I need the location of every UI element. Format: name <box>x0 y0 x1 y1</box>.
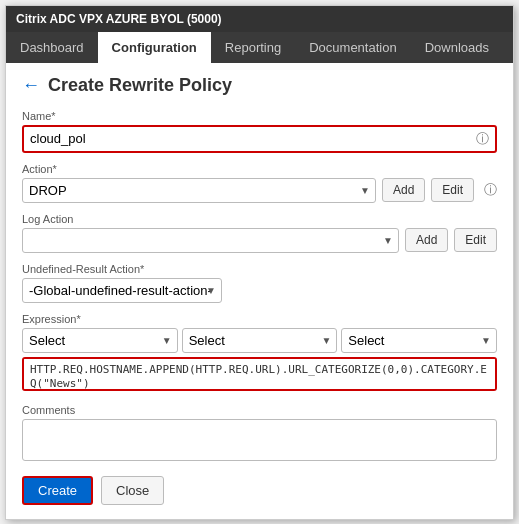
form-actions: Create Close <box>22 476 497 505</box>
nav-bar: Dashboard Configuration Reporting Docume… <box>6 32 513 63</box>
log-action-select-wrapper: ▼ <box>22 228 399 253</box>
action-label: Action* <box>22 163 497 175</box>
expression-select2[interactable]: Select <box>182 328 338 353</box>
comments-textarea[interactable] <box>22 419 497 461</box>
nav-item-dashboard[interactable]: Dashboard <box>6 32 98 63</box>
page-title: Create Rewrite Policy <box>48 75 232 96</box>
nav-item-reporting[interactable]: Reporting <box>211 32 295 63</box>
comments-field-group: Comments <box>22 404 497 464</box>
nav-item-documentation[interactable]: Documentation <box>295 32 410 63</box>
expression-label: Expression* <box>22 313 497 325</box>
main-window: Citrix ADC VPX AZURE BYOL (5000) Dashboa… <box>5 5 514 520</box>
name-input[interactable] <box>30 131 472 146</box>
title-bar: Citrix ADC VPX AZURE BYOL (5000) <box>6 6 513 32</box>
nav-item-downloads[interactable]: Downloads <box>411 32 503 63</box>
back-arrow[interactable]: ← <box>22 75 40 96</box>
expression-textarea[interactable]: HTTP.REQ.HOSTNAME.APPEND(HTTP.REQ.URL).U… <box>22 357 497 391</box>
action-field-group: Action* DROP ▼ Add Edit ⓘ <box>22 163 497 203</box>
action-row: DROP ▼ Add Edit ⓘ <box>22 178 497 203</box>
log-action-add-button[interactable]: Add <box>405 228 448 252</box>
undefined-result-select[interactable]: -Global-undefined-result-action- <box>22 278 222 303</box>
name-label: Name* <box>22 110 497 122</box>
action-add-button[interactable]: Add <box>382 178 425 202</box>
expression-selects-row: Select ▼ Select ▼ Select ▼ <box>22 328 497 353</box>
log-action-select[interactable] <box>22 228 399 253</box>
nav-item-configuration[interactable]: Configuration <box>98 32 211 63</box>
name-field-group: Name* ⓘ <box>22 110 497 153</box>
expression-select3-wrapper: Select ▼ <box>341 328 497 353</box>
action-select-wrapper: DROP ▼ <box>22 178 376 203</box>
expression-field-group: Expression* Select ▼ Select ▼ Select <box>22 313 497 394</box>
name-info-icon[interactable]: ⓘ <box>476 130 489 148</box>
create-button[interactable]: Create <box>22 476 93 505</box>
action-select[interactable]: DROP <box>22 178 376 203</box>
expression-select2-wrapper: Select ▼ <box>182 328 338 353</box>
undefined-result-select-wrapper: -Global-undefined-result-action- ▼ <box>22 278 222 303</box>
content-area: ← Create Rewrite Policy Name* ⓘ Action* … <box>6 63 513 519</box>
undefined-result-field-group: Undefined-Result Action* -Global-undefin… <box>22 263 497 303</box>
log-action-edit-button[interactable]: Edit <box>454 228 497 252</box>
comments-label: Comments <box>22 404 497 416</box>
log-action-field-group: Log Action ▼ Add Edit <box>22 213 497 253</box>
title-bar-label: Citrix ADC VPX AZURE BYOL (5000) <box>16 12 222 26</box>
close-button[interactable]: Close <box>101 476 164 505</box>
page-header: ← Create Rewrite Policy <box>22 75 497 96</box>
log-action-label: Log Action <box>22 213 497 225</box>
action-edit-button[interactable]: Edit <box>431 178 474 202</box>
expression-select1[interactable]: Select <box>22 328 178 353</box>
log-action-row: ▼ Add Edit <box>22 228 497 253</box>
expression-select1-wrapper: Select ▼ <box>22 328 178 353</box>
name-input-wrapper: ⓘ <box>22 125 497 153</box>
undefined-result-label: Undefined-Result Action* <box>22 263 497 275</box>
action-info-icon[interactable]: ⓘ <box>484 181 497 199</box>
expression-select3[interactable]: Select <box>341 328 497 353</box>
